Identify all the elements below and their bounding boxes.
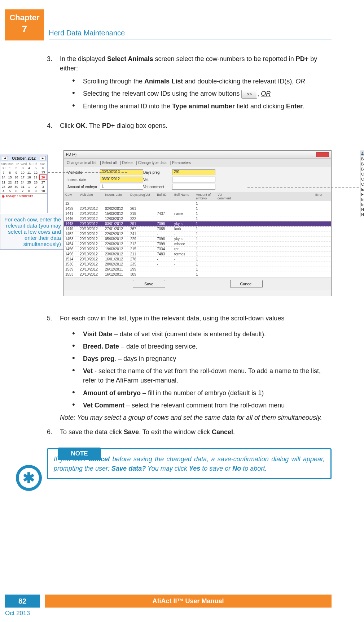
insem-date-label: Insem. date [67, 178, 100, 182]
chapter-number: 7 [5, 22, 44, 35]
field-description: Visit Date – date of vet visit (current … [72, 329, 332, 339]
list-item[interactable]: Insemination without Charge [361, 202, 364, 207]
vet-label: Vet [143, 178, 172, 182]
list-item[interactable]: No Entrance but Inseminate [361, 207, 364, 212]
list-item[interactable]: Cervical Mouth Open [361, 172, 364, 177]
list-item[interactable]: Insemination after Abortion [361, 197, 364, 202]
step-4: 4. Click OK. The PD+ dialog box opens. [47, 121, 332, 130]
table-row[interactable]: 145420/10/201222/03/20122127399mhoce1 [64, 242, 331, 247]
vet-comment-listbox[interactable]: After Embryo FlushingBlood-InseminatedBl… [360, 151, 364, 217]
table-row[interactable]: 153620/10/201228/02/2012235--1 [64, 262, 331, 267]
toolbar-item[interactable]: | Delete [120, 161, 132, 165]
table-row[interactable]: 151420/10/201216/01/2012278--1 [64, 257, 331, 262]
table-row[interactable]: 145320/10/201205/03/20122297396yky s1 [64, 237, 331, 242]
list-item[interactable]: Cloudy Mucus [361, 182, 364, 187]
list-item[interactable]: After Embryo Flushing [361, 151, 364, 156]
calendar-prev-icon[interactable]: ◄ [2, 156, 8, 160]
list-item[interactable]: Blood-Inseminated [361, 156, 364, 161]
toolbar-item[interactable]: | Parameters [170, 161, 191, 165]
footer-bar: 82 AfiAct II™ User Manual [5, 595, 332, 608]
dialog-titlebar: PD (+) [64, 151, 331, 159]
list-item[interactable]: Normal [361, 212, 364, 217]
step3-bullet2: Selecting the relevant cow IDs using the… [72, 89, 332, 98]
footer-date: Oct 2013 [5, 610, 30, 617]
list-item[interactable]: Bloody Mucus [361, 161, 364, 167]
figure-pd-dialog: ◄October, 2012► SunMonTueWedThuFriSat 30… [0, 150, 332, 298]
list-item[interactable]: Bull Proven for Calving [361, 167, 364, 172]
field-description: Vet Comment – select the relevant commen… [72, 401, 332, 410]
arrow-button-icon: >> [241, 90, 257, 99]
chapter-tab: Chapter 7 [5, 9, 44, 40]
product-title: AfiAct II™ User Manual [45, 595, 332, 608]
field-description: Breed. Date – date of breeding service. [72, 342, 332, 351]
step-5: 5. For each cow in the list, type in the… [47, 314, 332, 422]
vet-field[interactable] [172, 177, 215, 182]
insem-date-field[interactable]: 03/01/2012 [100, 177, 143, 182]
calendar-next-icon[interactable]: ► [40, 156, 46, 160]
calendar-month: October, 2012 [12, 156, 36, 160]
field-description: Days preg. – days in pregnancy [72, 354, 332, 363]
dialog-toolbar[interactable]: Change animal list| Select all| Delete| … [64, 159, 331, 167]
chapter-word: Chapter [5, 13, 44, 22]
close-icon[interactable] [316, 152, 329, 157]
field-description: Vet - select the name of the vet from th… [72, 366, 332, 385]
grid-body[interactable]: 121143920/10/201202/02/2012261--1144120/… [64, 201, 331, 277]
calendar-widget[interactable]: ◄October, 2012► SunMonTueWedThuFriSat 30… [0, 155, 48, 213]
cancel-button[interactable]: Cancel [230, 280, 263, 288]
table-row[interactable]: 144120/10/201215/03/20122197437name1 [64, 211, 331, 216]
table-row[interactable]: 155320/10/201216/12/20113091 [64, 272, 331, 277]
table-row[interactable]: 145220/10/201222/02/2012241--1 [64, 232, 331, 237]
step-3: 3. In the displayed Select Animals scree… [47, 54, 332, 111]
field-description: Amount of embryo – fill in the number of… [72, 388, 332, 398]
table-row[interactable]: 153920/10/201226/12/20112991 [64, 267, 331, 272]
table-row[interactable]: 144820/10/201203/01/20122917396yky s1 [64, 221, 331, 226]
save-button[interactable]: Save [133, 280, 165, 288]
list-item[interactable]: Estrual Mucus [361, 187, 364, 192]
note-tab: NOTE [58, 448, 101, 460]
vet-comment-field[interactable] [172, 184, 215, 190]
step-6: 6. To save the data click Save. To exit … [47, 427, 332, 437]
amount-embryo-label: Amount of embryo [67, 185, 100, 189]
table-row[interactable]: 144920/10/201227/01/20122677385kork1 [64, 226, 331, 232]
section-rule [49, 39, 332, 39]
calendar-today: Today: 10/20/2012 [6, 194, 33, 198]
calendar-grid[interactable]: 3012345678910111213141516171819202122232… [0, 166, 47, 193]
section-title: Herd Data Maintenance [49, 29, 125, 37]
dialog-title: PD (+) [66, 152, 76, 156]
annotation-callout: For each cow, enter the relevant data (y… [0, 214, 64, 250]
dash-line-2 [247, 187, 364, 188]
asterisk-icon: ✱ [16, 465, 42, 491]
note-box: NOTE ✱ If you click Cancel before saving… [47, 448, 332, 479]
amount-embryo-field[interactable]: 1 [100, 184, 143, 190]
step3-bullet3: Entering the animal ID into the Type ani… [72, 101, 332, 111]
content-lower: 5. For each cow in the list, type in the… [47, 314, 332, 479]
step5-note: Note: You may select a group of cows and… [60, 413, 332, 422]
days-preg-field[interactable]: 291 [172, 169, 215, 175]
table-row[interactable]: 149620/10/201223/03/20122117483termos1 [64, 252, 331, 257]
content-upper: 3. In the displayed Select Animals scree… [47, 54, 332, 135]
list-item[interactable]: Charge for Purchased Cow [361, 177, 364, 182]
toolbar-item[interactable]: | Select all [100, 161, 117, 165]
table-row[interactable]: 143920/10/201202/02/2012261--1 [64, 206, 331, 211]
toolbar-item[interactable]: Change animal list [67, 161, 96, 165]
dash-line-1 [48, 172, 127, 173]
vet-comment-label: Vet comment [143, 185, 172, 189]
grid-header: CowVisit dateInsem. dateDays pregVetBull… [64, 192, 331, 201]
table-row[interactable]: 121 [64, 201, 331, 206]
list-item[interactable]: For Embryo Flushing [361, 192, 364, 197]
days-preg-label: Days preg [143, 170, 172, 174]
step3-bullet1: Scrolling through the Animals List and d… [72, 77, 332, 86]
table-row[interactable]: 145620/10/201219/03/20122157334rpt1 [64, 247, 331, 252]
table-row[interactable]: 144620/10/201212/03/2012222--1 [64, 216, 331, 221]
pd-plus-dialog: PD (+) Change animal list| Select all| D… [63, 150, 332, 296]
page-number: 82 [5, 595, 40, 608]
toolbar-item[interactable]: | Change type data [136, 161, 167, 165]
